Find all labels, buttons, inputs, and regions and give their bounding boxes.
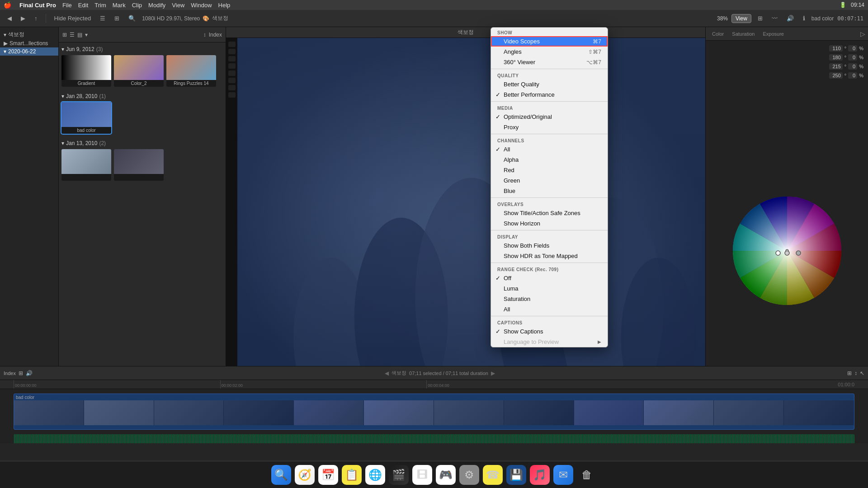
menu-item-video-scopes[interactable]: Video Scopes ⌘7 [491, 36, 608, 47]
menu-item-optimized[interactable]: ✓ Optimized/Original [491, 112, 608, 122]
sidebar-smart-collections[interactable]: ▶ Smart...llections [0, 39, 58, 47]
menu-item-channels-green[interactable]: Green [491, 175, 608, 186]
tl-nav-prev[interactable]: ◀ [385, 370, 389, 376]
clip-rings[interactable]: Rings Puzzles 14 [166, 55, 216, 87]
modify-menu[interactable]: Modify [148, 2, 165, 9]
tl-view-btn[interactable]: ⊞ [847, 370, 852, 376]
menu-item-range-off[interactable]: ✓ Off [491, 273, 608, 283]
dock-music[interactable]: 🎵 [530, 465, 550, 485]
color-val-1-deg[interactable]: 110 [829, 45, 843, 52]
color-val-2-pct[interactable]: 0 [848, 54, 857, 61]
clip-menu[interactable]: Clip [132, 2, 142, 9]
clip-track[interactable]: bad color [14, 394, 854, 430]
submenu-arrow-icon: ▶ [598, 339, 601, 344]
dock-controller[interactable]: 🎮 [436, 465, 456, 485]
browser-sort-icon[interactable]: ⊞ [62, 32, 67, 38]
menu-section-show: SHOW [491, 28, 608, 36]
browser-select-icon[interactable]: ↕ [203, 32, 206, 38]
clip-street1[interactable] [61, 149, 111, 181]
tl-nav-next[interactable]: ▶ [491, 370, 495, 376]
dock-wd[interactable]: 💾 [506, 465, 526, 485]
clip-color2[interactable]: Color_2 [114, 55, 164, 87]
clip-gradient[interactable]: Gradient [61, 55, 111, 87]
timecode: 00:07:11 [837, 15, 863, 22]
toolbar-list-view[interactable]: ☰ [97, 14, 108, 23]
color-val-4-pct[interactable]: 0 [848, 72, 857, 79]
color-wheel-point-1[interactable] [776, 251, 780, 255]
mark-menu[interactable]: Mark [113, 2, 126, 9]
menu-item-channels-red[interactable]: Red [491, 165, 608, 175]
tl-audio-btn[interactable]: 🔊 [26, 370, 33, 376]
toolbar-back[interactable]: ◀ [5, 14, 14, 23]
dock-calendar[interactable]: 📅 [318, 465, 338, 485]
color-val-3-pct[interactable]: 0 [848, 63, 857, 70]
menu-item-proxy[interactable]: Proxy [491, 122, 608, 132]
menu-item-channels-blue[interactable]: Blue [491, 186, 608, 196]
menu-item-channels-alpha[interactable]: Alpha [491, 155, 608, 165]
menu-item-angles[interactable]: Angles ⇧⌘7 [491, 47, 608, 57]
tl-cursor-btn[interactable]: ↖ [860, 370, 864, 376]
dock-safari[interactable]: 🧭 [295, 465, 315, 485]
menu-item-show-captions[interactable]: ✓ Show Captions [491, 326, 608, 337]
dock-finder[interactable]: 🔍 [271, 465, 291, 485]
file-menu[interactable]: File [62, 2, 72, 9]
menu-item-range-luma[interactable]: Luma [491, 283, 608, 294]
toolbar-info[interactable]: ℹ [800, 14, 808, 23]
clip-street2[interactable] [114, 149, 164, 181]
color-wheel-point-2[interactable] [785, 251, 789, 255]
dock-photos[interactable]: 🎞 [412, 465, 432, 485]
dock-trash[interactable]: 🗑 [577, 465, 597, 485]
menu-item-range-all[interactable]: All [491, 304, 608, 314]
menu-item-better-quality[interactable]: Better Quality [491, 79, 608, 89]
color-val-4-deg[interactable]: 250 [829, 72, 843, 79]
toolbar-audio[interactable]: 🔊 [784, 14, 797, 23]
toolbar-color[interactable]: 🎨 [203, 15, 209, 22]
dock-mail[interactable]: ✉ [553, 465, 573, 485]
dock-notes[interactable]: 📋 [342, 465, 362, 485]
tl-snapping-btn[interactable]: ↕ [854, 370, 857, 376]
tl-index-btn[interactable]: Index [4, 371, 16, 376]
toolbar-share[interactable]: ↑ [32, 14, 40, 23]
view-button[interactable]: View [731, 14, 751, 23]
toolbar-fwd[interactable]: ▶ [18, 14, 28, 23]
dock-chrome[interactable]: 🌐 [365, 465, 385, 485]
toolbar-icons[interactable]: ⊞ [755, 14, 765, 23]
dock-settings[interactable]: ⚙ [459, 465, 479, 485]
window-menu[interactable]: Window [191, 2, 212, 9]
frame-1 [14, 400, 84, 425]
menu-item-show-hdr[interactable]: Show HDR as Tone Mapped [491, 251, 608, 261]
tab-exposure[interactable]: Exposure [759, 29, 787, 38]
color-wheel-point-3[interactable] [796, 251, 801, 255]
menu-item-horizon[interactable]: Show Horizon [491, 218, 608, 229]
menu-item-show-both-fields[interactable]: Show Both Fields [491, 240, 608, 251]
toolbar-waveform[interactable]: 〰 [769, 14, 780, 23]
view-menu[interactable]: View [172, 2, 184, 9]
menu-item-range-saturation[interactable]: Saturation [491, 294, 608, 304]
toolbar-grid-view[interactable]: ⊞ [112, 14, 122, 23]
dock-fcpx[interactable]: 🎬 [389, 465, 409, 485]
help-menu[interactable]: Help [218, 2, 231, 9]
browser-filter-icon[interactable]: ☰ [70, 32, 75, 38]
sidebar-2020-folder[interactable]: ▾ 2020-06-22 [0, 47, 58, 56]
menu-item-safe-zones[interactable]: Show Title/Action Safe Zones [491, 208, 608, 218]
color-val-1-pct[interactable]: 0 [848, 45, 857, 52]
menu-item-360viewer[interactable]: 360° Viewer ⌥⌘7 [491, 57, 608, 67]
color-val-3-deg[interactable]: 215 [829, 63, 843, 70]
edit-menu[interactable]: Edit [78, 2, 88, 9]
browser-mode-dropdown[interactable]: ▾ [85, 32, 88, 38]
tab-color[interactable]: Color [708, 29, 727, 38]
menu-item-better-performance[interactable]: ✓ Better Performance [491, 89, 608, 100]
browser-list-icon[interactable]: ▤ [77, 32, 82, 38]
clip-badcolor[interactable]: bad color [61, 102, 111, 134]
tl-clip-btn[interactable]: ⊞ [19, 370, 23, 376]
inspector-expand[interactable]: ▷ [860, 30, 865, 38]
color-val-2-deg[interactable]: 180 [829, 54, 843, 61]
trim-menu[interactable]: Trim [94, 2, 106, 9]
tab-saturation[interactable]: Saturation [728, 29, 758, 38]
hide-rejected-dropdown[interactable]: Hide Rejected [52, 14, 94, 23]
toolbar-search[interactable]: 🔍 [126, 14, 138, 23]
apple-menu[interactable]: 🍎 [4, 1, 11, 9]
app-menu[interactable]: Final Cut Pro [19, 2, 56, 9]
menu-item-channels-all[interactable]: ✓ All [491, 144, 608, 155]
dock-kakao[interactable]: ☎ [483, 465, 503, 485]
